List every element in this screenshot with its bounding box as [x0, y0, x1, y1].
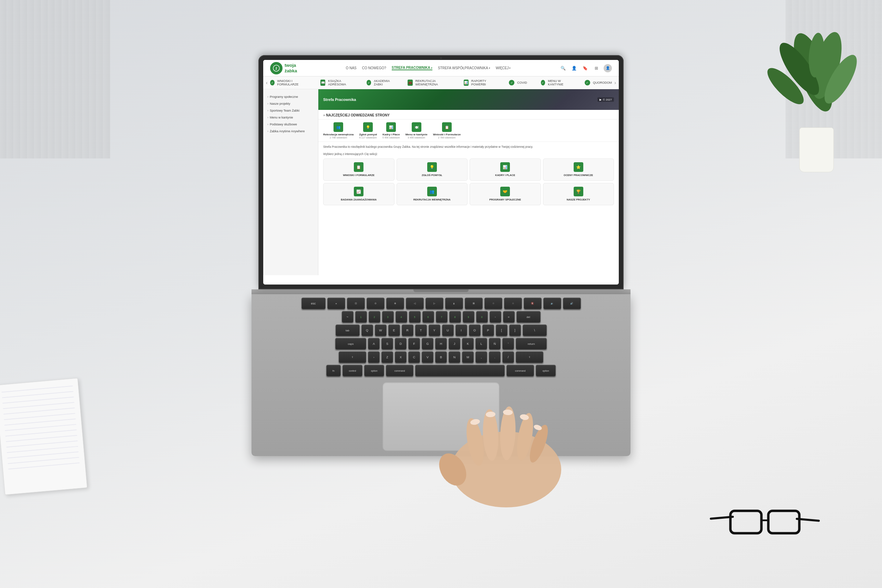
sidebar-item-projekty[interactable]: Nasze projekty — [263, 100, 318, 107]
key-n[interactable]: N — [448, 351, 460, 363]
key-option-r[interactable]: option — [536, 365, 556, 376]
grid-icon[interactable]: ⊞ — [592, 64, 600, 72]
tile-kadry-place[interactable]: 📊 KADRY I PLACE — [470, 159, 541, 181]
dropdown-rekrutacja-wewn[interactable]: 💼 REKRUTACJA WEWNĘTRZNA — [408, 79, 450, 86]
dropdown-quorodom[interactable]: ✓ QUORODOM — [585, 80, 612, 86]
nav-strefa-wspolpracownika[interactable]: STREFA WSPÓŁPRACOWNIKA ▾ — [438, 66, 490, 70]
sidebar-item-programy[interactable]: Programy społeczne — [263, 93, 318, 100]
key-bracket-l[interactable]: [ — [496, 324, 507, 336]
scroll-right-arrow[interactable]: › — [614, 80, 616, 86]
key-space[interactable] — [415, 365, 505, 376]
key-option-l[interactable]: option — [364, 365, 384, 376]
sidebar-item-sportowy[interactable]: Sportowy Team Żabki — [263, 107, 318, 114]
key-9[interactable]: 9 — [463, 311, 474, 323]
avatar[interactable]: 👤 — [604, 64, 612, 72]
key-x[interactable]: X — [395, 351, 406, 363]
key-f8[interactable]: ⊠ — [465, 298, 483, 309]
key-fn[interactable]: fn — [326, 365, 341, 376]
key-return[interactable]: return — [516, 338, 547, 350]
visited-wnioski[interactable]: 📋 Wnioski i Formularze 2 789 odwiedzin — [433, 122, 460, 139]
key-c[interactable]: C — [408, 351, 420, 363]
key-f12[interactable]: 🔉 — [543, 298, 561, 309]
key-bracket-r[interactable]: ] — [509, 324, 521, 336]
visited-rekrutacja[interactable]: 👥 Rekrutacja wewnętrzna 2 798 odwiedzin — [323, 122, 354, 139]
key-control[interactable]: control — [342, 365, 363, 376]
key-4[interactable]: 4 — [396, 311, 407, 323]
key-semicolon[interactable]: Ń — [489, 338, 501, 350]
key-slash[interactable]: / — [502, 351, 514, 363]
key-f9[interactable]: ☆ — [484, 298, 502, 309]
key-d[interactable]: D — [395, 338, 406, 350]
key-angle[interactable]: › — [368, 351, 380, 363]
nav-co-nowego[interactable]: CO NOWEGO? — [362, 66, 386, 70]
dropdown-wnioski[interactable]: ✓ WNIOSKI I FORMULARZE — [270, 79, 307, 86]
nav-o-nas[interactable]: O NAS — [346, 66, 357, 70]
sidebar-item-menu[interactable]: Menu w kantynie — [263, 114, 318, 121]
key-0[interactable]: 0 — [476, 311, 488, 323]
key-y[interactable]: Y — [429, 324, 440, 336]
key-quote[interactable]: ' — [502, 338, 514, 350]
key-v[interactable]: V — [422, 351, 434, 363]
dropdown-raporty[interactable]: 📊 RAPORTY POWERBI — [464, 79, 495, 86]
sidebar-item-zabka[interactable]: Żabka Anytime Anywhere — [263, 128, 318, 135]
key-g[interactable]: G — [422, 338, 434, 350]
key-f[interactable]: F — [408, 338, 420, 350]
key-3[interactable]: 3 — [382, 311, 394, 323]
key-f10[interactable]: ☆ — [504, 298, 522, 309]
nav-wiecej[interactable]: WIĘCEJ ▾ — [496, 66, 511, 70]
visited-kadry[interactable]: 📊 Kadry i Płace 5 456 odwiedzin — [382, 122, 400, 139]
key-tilde[interactable]: ~ — [342, 311, 354, 323]
search-icon[interactable]: 🔍 — [560, 64, 567, 72]
key-tab[interactable]: tab — [336, 324, 360, 336]
key-t[interactable]: T — [415, 324, 427, 336]
key-b[interactable]: B — [435, 351, 447, 363]
key-f2[interactable]: ⊡ — [347, 298, 365, 309]
key-f3[interactable]: ⊙ — [367, 298, 384, 309]
sidebar-item-podstawy[interactable]: Podstawy służbowe — [263, 121, 318, 128]
key-p[interactable]: P — [482, 324, 494, 336]
key-q[interactable]: Q — [362, 324, 373, 336]
tile-badania[interactable]: 📈 BADANIA ZAANGAŻOWANIA — [323, 183, 394, 205]
key-6[interactable]: 6 — [422, 311, 434, 323]
scroll-left-arrow[interactable]: ‹ — [266, 80, 268, 86]
bookmark-icon[interactable]: 🔖 — [582, 64, 589, 72]
visited-zglos[interactable]: 💡 Zgłoś pomysł 6 117 odwiedzin — [359, 122, 377, 139]
key-l[interactable]: L — [476, 338, 487, 350]
key-k[interactable]: K — [462, 338, 474, 350]
key-r[interactable]: R — [402, 324, 413, 336]
key-period[interactable]: . — [489, 351, 501, 363]
dropdown-akademia[interactable]: ✓ AKADEMIA ŻABKI — [367, 79, 394, 86]
key-o[interactable]: O — [469, 324, 481, 336]
tile-oceny[interactable]: ⭐ OCENY PRACOWNICZE — [543, 159, 614, 181]
key-7[interactable]: 7 — [436, 311, 447, 323]
key-command-l[interactable]: command — [386, 365, 413, 376]
tile-rekrutacja-wewn[interactable]: 👥 REKRUTACJA WEWNĘTRZNA — [396, 183, 468, 205]
nav-strefa-pracownika[interactable]: STREFA PRACOWNIKA ▾ — [392, 66, 432, 70]
key-f11[interactable]: 🔇 — [524, 298, 542, 309]
tile-wnioski-formularze[interactable]: 📋 WNIOSKI I FORMULARZE — [323, 159, 394, 181]
key-shift-r[interactable]: ⇧ — [516, 351, 543, 363]
key-5[interactable]: 5 — [409, 311, 421, 323]
key-equals[interactable]: = — [503, 311, 515, 323]
key-f5[interactable]: ◁ — [406, 298, 424, 309]
key-f7[interactable]: ⏸ — [445, 298, 463, 309]
key-backslash[interactable]: \ — [523, 324, 547, 336]
key-w[interactable]: W — [375, 324, 387, 336]
key-u[interactable]: U — [442, 324, 454, 336]
key-h[interactable]: H — [435, 338, 447, 350]
key-delete[interactable]: del — [516, 311, 541, 323]
key-2[interactable]: 2 — [369, 311, 380, 323]
key-command-r[interactable]: command — [507, 365, 534, 376]
tile-programy[interactable]: 🤝 PROGRAMY SPOŁECZNE — [470, 183, 541, 205]
key-caps[interactable]: caps — [335, 338, 366, 350]
key-esc[interactable]: esc — [302, 298, 326, 309]
key-m[interactable]: M — [462, 351, 474, 363]
tile-projekty[interactable]: 🏆 NASZE PROJEKTY — [543, 183, 614, 205]
key-s[interactable]: S — [381, 338, 393, 350]
key-z[interactable]: Z — [381, 351, 393, 363]
key-e[interactable]: E — [388, 324, 400, 336]
key-f4[interactable]: ⊕ — [386, 298, 404, 309]
key-j[interactable]: J — [448, 338, 460, 350]
key-a[interactable]: A — [368, 338, 380, 350]
dropdown-menu-kantynie[interactable]: ✓ MENU W KANTYNIE — [541, 79, 571, 86]
